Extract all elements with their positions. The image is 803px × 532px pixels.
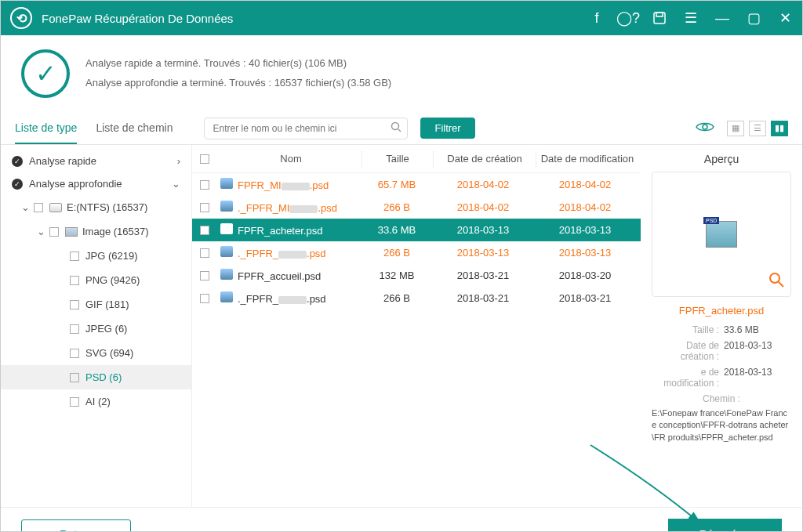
checkbox[interactable]	[200, 294, 209, 303]
tree-type-item[interactable]: JPG (6219)	[1, 244, 191, 268]
psd-file-icon	[220, 291, 233, 302]
recover-button[interactable]: Récupérer	[668, 519, 782, 532]
tree-label: PSD (6)	[85, 371, 122, 383]
file-modified: 2018-03-20	[534, 270, 636, 281]
back-button[interactable]: Retour	[21, 519, 131, 532]
col-modified[interactable]: Date de modification	[536, 153, 638, 165]
table-row[interactable]: ._FPFR_.psd266 B2018-03-212018-03-21	[192, 287, 641, 309]
maximize-icon[interactable]: ▢	[746, 10, 761, 26]
col-size[interactable]: Taille	[362, 153, 433, 165]
psd-file-icon	[220, 178, 233, 189]
tree-image-group[interactable]: ⌄Image (16537)	[1, 219, 191, 244]
titlebar: ⟲ FonePaw Récupération De Données f ◯? ☰…	[1, 1, 802, 35]
file-size: 266 B	[362, 292, 432, 304]
svg-point-4	[703, 125, 707, 129]
file-size: 132 MB	[362, 270, 432, 281]
checkbox[interactable]	[34, 203, 43, 212]
file-size: 266 B	[362, 247, 432, 259]
tree-type-item[interactable]: JPEG (6)	[1, 317, 191, 341]
checkbox[interactable]	[200, 271, 209, 280]
checkbox[interactable]	[70, 276, 79, 285]
psd-file-icon	[220, 246, 233, 257]
search-input[interactable]	[204, 118, 408, 139]
table-row[interactable]: ._FPFR_MI.psd266 B2018-04-022018-04-02	[192, 196, 641, 219]
checkbox[interactable]	[70, 324, 79, 334]
tree-type-item[interactable]: SVG (694)	[1, 341, 191, 365]
sidebar-deep-scan[interactable]: ✓Analyse approfondie⌄	[1, 172, 191, 195]
col-name[interactable]: Nom	[217, 153, 362, 165]
menu-icon[interactable]: ☰	[683, 10, 699, 26]
filter-button[interactable]: Filtrer	[420, 118, 474, 139]
tree-label: AI (2)	[85, 396, 111, 407]
preview-toggle-icon[interactable]	[696, 121, 714, 136]
psd-file-icon	[220, 269, 233, 280]
tree-drive[interactable]: ⌄E:(NTFS) (16537)	[1, 195, 191, 219]
tree-type-item[interactable]: GIF (181)	[1, 292, 191, 317]
table-header: Nom Taille Date de création Date de modi…	[192, 145, 641, 173]
psd-file-icon: PSD	[706, 221, 737, 248]
preview-title: Aperçu	[652, 153, 791, 165]
tab-path-list[interactable]: Liste de chemin	[96, 112, 173, 144]
preview-created: 2018-03-13	[724, 340, 791, 362]
svg-rect-0	[654, 13, 665, 24]
toolbar: Liste de type Liste de chemin Filtrer ▦ …	[1, 112, 802, 145]
preview-modified-label: e de modification :	[652, 367, 724, 389]
preview-modified: 2018-03-13	[724, 367, 791, 389]
table-row[interactable]: FPFR_acheter.psd33.6 MB2018-03-132018-03…	[192, 219, 641, 241]
table-row[interactable]: ._FPFR_.psd266 B2018-03-132018-03-13	[192, 241, 641, 264]
drive-icon	[49, 203, 62, 212]
facebook-icon[interactable]: f	[589, 10, 605, 26]
file-created: 2018-04-02	[432, 201, 534, 213]
status-line-quick: Analyse rapide a terminé. Trouvés : 40 f…	[85, 54, 391, 74]
search-icon[interactable]	[391, 121, 402, 136]
selection-summary: Sélectionné(s) : 40 fichiers/106 MB	[494, 529, 652, 533]
svg-rect-1	[656, 13, 663, 16]
close-icon[interactable]: ✕	[777, 10, 793, 26]
svg-line-6	[779, 282, 783, 287]
tree-type-item[interactable]: PNG (9426)	[1, 268, 191, 292]
preview-thumbnail[interactable]: PSD	[652, 172, 791, 297]
checkbox[interactable]	[49, 227, 59, 237]
checkbox[interactable]	[200, 248, 209, 258]
view-detail-icon[interactable]: ▮▮	[771, 121, 788, 136]
file-modified: 2018-04-02	[534, 201, 636, 213]
sidebar: ✓Analyse rapide› ✓Analyse approfondie⌄ ⌄…	[1, 145, 192, 507]
psd-file-icon	[220, 201, 233, 212]
file-size: 266 B	[362, 201, 432, 213]
magnify-icon[interactable]	[768, 272, 784, 291]
preview-path: E:\Fonepaw france\FonePaw France concept…	[652, 407, 791, 443]
tree-type-item[interactable]: PSD (6)	[1, 365, 191, 389]
status-line-deep: Analyse approfondie a terminé. Trouvés :…	[85, 74, 391, 93]
tree-label: JPG (6219)	[85, 250, 137, 262]
save-icon[interactable]	[652, 10, 667, 26]
checkbox[interactable]	[200, 180, 209, 190]
file-created: 2018-03-21	[432, 270, 534, 281]
checkbox[interactable]	[70, 252, 79, 261]
checkbox[interactable]	[70, 397, 79, 407]
preview-created-label: Date de création :	[652, 340, 724, 362]
sidebar-item-label: Analyse rapide	[29, 155, 96, 167]
view-list-icon[interactable]: ☰	[749, 121, 766, 136]
checkbox-all[interactable]	[200, 154, 209, 164]
table-row[interactable]: FPFR_MI.psd65.7 MB2018-04-022018-04-02	[192, 173, 641, 196]
svg-point-2	[392, 122, 399, 129]
file-created: 2018-03-13	[432, 247, 534, 259]
app-logo-icon: ⟲	[10, 7, 32, 29]
view-grid-icon[interactable]: ▦	[727, 121, 744, 136]
table-row[interactable]: FPFR_accueil.psd132 MB2018-03-212018-03-…	[192, 264, 641, 287]
col-created[interactable]: Date de création	[434, 153, 536, 165]
minimize-icon[interactable]: —	[714, 10, 730, 26]
footer: Retour Sélectionné(s) : 40 fichiers/106 …	[1, 507, 802, 532]
tab-type-list[interactable]: Liste de type	[15, 112, 77, 144]
preview-filename: FPFR_acheter.psd	[652, 305, 791, 317]
checkbox[interactable]	[70, 373, 79, 382]
preview-size-label: Taille :	[652, 324, 724, 335]
sidebar-quick-scan[interactable]: ✓Analyse rapide›	[1, 150, 191, 172]
tree-label: PNG (9426)	[85, 274, 140, 286]
checkbox[interactable]	[70, 300, 79, 309]
checkbox[interactable]	[70, 349, 79, 358]
tree-type-item[interactable]: AI (2)	[1, 389, 191, 414]
checkbox[interactable]	[200, 203, 209, 212]
help-icon[interactable]: ◯?	[620, 10, 636, 26]
checkbox[interactable]	[200, 226, 209, 235]
